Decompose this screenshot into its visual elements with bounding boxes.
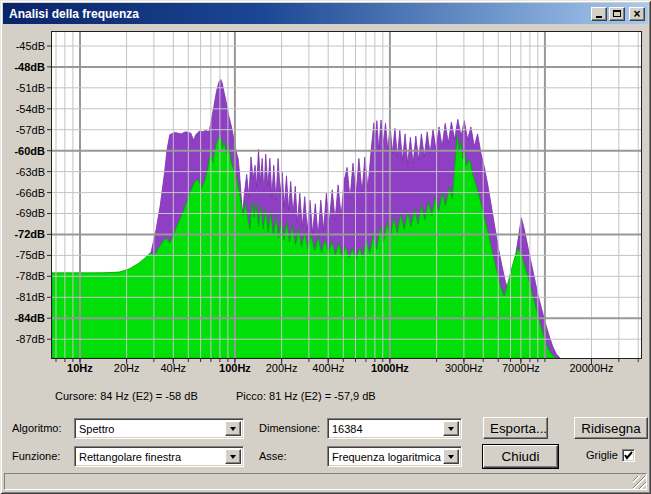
y-axis-label: -75dB — [0, 248, 45, 262]
algorithm-combobox[interactable]: Spettro — [74, 418, 244, 439]
peak-readout: Picco: 81 Hz (E2) = -57,9 dB — [236, 389, 376, 403]
minimize-button[interactable] — [591, 7, 607, 21]
size-dropdown-button[interactable] — [443, 421, 459, 436]
y-axis-label: -60dB — [0, 144, 45, 158]
maximize-icon — [613, 10, 621, 17]
title-bar: Analisi della frequenza × — [3, 3, 648, 24]
y-axis-label: -48dB — [0, 60, 45, 74]
axis-dropdown-button[interactable] — [443, 449, 459, 464]
y-axis-label: -63dB — [0, 165, 45, 179]
axis-combobox[interactable]: Frequenza logaritmica — [327, 446, 462, 467]
y-axis-label: -54dB — [0, 102, 45, 116]
algorithm-value: Spettro — [79, 421, 223, 437]
function-combobox[interactable]: Rettangolare finestra — [74, 446, 244, 467]
chevron-down-icon — [448, 455, 454, 459]
close-dialog-button[interactable]: Chiudi — [483, 445, 558, 468]
maximize-button[interactable] — [609, 7, 625, 21]
resize-grip[interactable] — [633, 476, 646, 489]
size-combobox[interactable]: 16384 — [327, 418, 462, 439]
y-axis-label: -84dB — [0, 311, 45, 325]
y-axis-label: -81dB — [0, 290, 45, 304]
y-axis-label: -69dB — [0, 206, 45, 220]
window-title: Analisi della frequenza — [9, 7, 589, 21]
y-axis-label: -66dB — [0, 186, 45, 200]
plot-area[interactable] — [46, 28, 647, 368]
function-dropdown-button[interactable] — [225, 449, 241, 464]
y-axis-label: -72dB — [0, 227, 45, 241]
close-icon: × — [633, 9, 640, 19]
export-button[interactable]: Esporta... — [483, 417, 548, 439]
minimize-icon — [596, 16, 602, 18]
y-axis-label: -87dB — [0, 332, 45, 346]
size-label: Dimensione: — [259, 418, 320, 439]
chevron-down-icon — [230, 427, 236, 431]
algorithm-dropdown-button[interactable] — [225, 421, 241, 436]
frequency-analysis-window: Analisi della frequenza × -45dB-48dB-51d… — [0, 0, 651, 494]
grids-checkbox[interactable] — [622, 449, 635, 462]
chevron-down-icon — [230, 455, 236, 459]
axis-value: Frequenza logaritmica — [332, 449, 441, 465]
y-axis-label: -57dB — [0, 123, 45, 137]
checkmark-icon — [623, 450, 634, 461]
close-button[interactable]: × — [629, 7, 645, 21]
function-value: Rettangolare finestra — [79, 449, 223, 465]
chevron-down-icon — [448, 427, 454, 431]
axis-label: Asse: — [259, 446, 287, 467]
algorithm-label: Algoritmo: — [12, 418, 62, 439]
grids-label: Griglie — [586, 445, 618, 466]
status-bar — [4, 473, 647, 490]
y-axis-label: -45dB — [0, 39, 45, 53]
y-axis-label: -78dB — [0, 269, 45, 283]
cursor-readout: Cursore: 84 Hz (E2) = -58 dB — [55, 389, 198, 403]
y-axis-label: -51dB — [0, 81, 45, 95]
redraw-button[interactable]: Ridisegna — [574, 417, 648, 439]
size-value: 16384 — [332, 421, 441, 437]
function-label: Funzione: — [12, 446, 60, 467]
spectrum-plot — [46, 28, 647, 368]
